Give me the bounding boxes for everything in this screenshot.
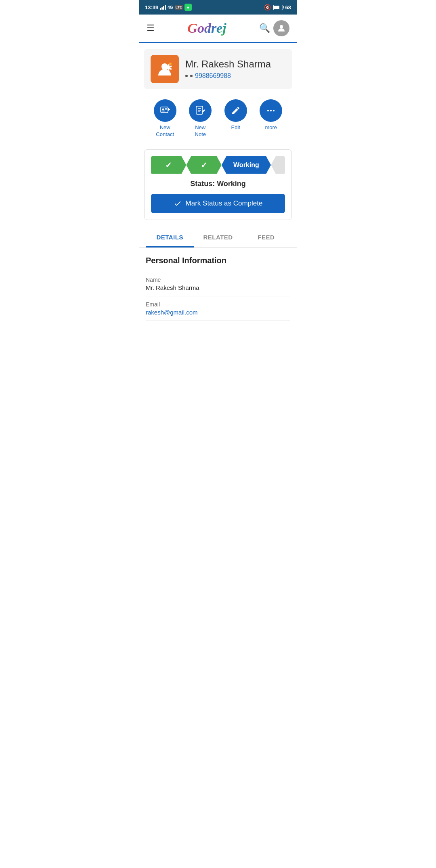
tabs-container: DETAILS RELATED FEED [139, 228, 297, 248]
more-dots-icon [266, 106, 276, 115]
new-note-button[interactable]: NewNote [189, 99, 212, 138]
new-note-label: NewNote [195, 124, 206, 138]
more-button[interactable]: more [260, 99, 282, 138]
svg-point-0 [280, 25, 283, 28]
checkmark-icon [174, 199, 182, 208]
svg-marker-17 [202, 109, 205, 113]
section-title: Personal Information [146, 256, 290, 265]
step-2: ✓ [186, 156, 221, 174]
network-type: 4G [168, 5, 173, 10]
status-text: Status: Working [151, 180, 285, 188]
new-contact-label: NewContact [156, 124, 174, 138]
contact-phone[interactable]: 9988669988 [195, 72, 231, 80]
tab-related[interactable]: RELATED [194, 228, 242, 247]
new-note-icon-circle [189, 99, 212, 122]
svg-point-7 [162, 109, 164, 111]
new-contact-icon-circle [154, 99, 176, 122]
contact-phone-row: 9988669988 [185, 72, 285, 80]
email-field-row: Email rakesh@gmail.com [146, 296, 290, 321]
contact-name: Mr. Rakesh Sharma [185, 59, 285, 70]
email-value[interactable]: rakesh@gmail.com [146, 309, 290, 316]
person-icon [277, 23, 286, 33]
tab-details[interactable]: DETAILS [146, 228, 194, 247]
edit-button[interactable]: Edit [224, 99, 247, 138]
mark-complete-label: Mark Status as Complete [186, 199, 263, 208]
name-value: Mr. Rakesh Sharma [146, 284, 290, 291]
contact-card: ✱ Mr. Rakesh Sharma 9988669988 [144, 49, 292, 89]
name-label: Name [146, 277, 290, 283]
dot1 [185, 75, 188, 77]
dot2 [190, 75, 193, 77]
more-icon-circle [260, 99, 282, 122]
lte-label: LTE [175, 5, 183, 10]
new-contact-button[interactable]: NewContact [154, 99, 176, 138]
status-bar-right: 🔇 68 [264, 4, 291, 10]
signal-bars [160, 5, 166, 10]
note-icon [195, 105, 205, 116]
status-bar: 13:39 4G LTE ● 🔇 68 [139, 0, 297, 15]
progress-bar: ✓ ✓ Working [151, 156, 285, 174]
godrej-logo: Godrej [187, 21, 226, 36]
step-last [271, 156, 285, 174]
mute-icon: 🔇 [264, 4, 271, 10]
email-label: Email [146, 301, 290, 308]
star-icon: ✱ [161, 61, 176, 75]
battery-fill [274, 6, 280, 9]
contact-card-icon [160, 105, 170, 116]
time-display: 13:39 [145, 4, 158, 10]
step-working: Working [222, 156, 271, 174]
svg-point-18 [267, 110, 269, 111]
details-section: Personal Information Name Mr. Rakesh Sha… [139, 248, 297, 325]
pencil-icon [231, 106, 241, 115]
contact-avatar: ✱ [151, 55, 179, 83]
edit-label: Edit [231, 124, 240, 131]
tab-feed[interactable]: FEED [242, 228, 290, 247]
whatsapp-icon: ● [184, 4, 192, 11]
hamburger-icon[interactable]: ☰ [147, 23, 155, 34]
action-buttons: NewContact NewNote Edit [139, 95, 297, 146]
status-section: ✓ ✓ Working Status: Working Mark Status … [144, 149, 292, 220]
mark-complete-button[interactable]: Mark Status as Complete [151, 194, 285, 213]
svg-point-19 [270, 110, 272, 111]
more-label: more [265, 124, 277, 131]
status-bar-left: 13:39 4G LTE ● [145, 4, 192, 11]
battery-icon [273, 5, 283, 10]
step-1: ✓ [151, 156, 186, 174]
svg-point-20 [273, 110, 275, 111]
app-bar: ☰ Godrej 🔍 [139, 15, 297, 43]
svg-text:✱: ✱ [164, 63, 172, 73]
avatar[interactable] [273, 20, 289, 36]
search-icon[interactable]: 🔍 [259, 23, 270, 34]
battery-percent: 68 [285, 4, 291, 10]
app-bar-right: 🔍 [259, 20, 289, 36]
contact-info: Mr. Rakesh Sharma 9988669988 [185, 59, 285, 80]
edit-icon-circle [224, 99, 247, 122]
name-field-row: Name Mr. Rakesh Sharma [146, 272, 290, 296]
